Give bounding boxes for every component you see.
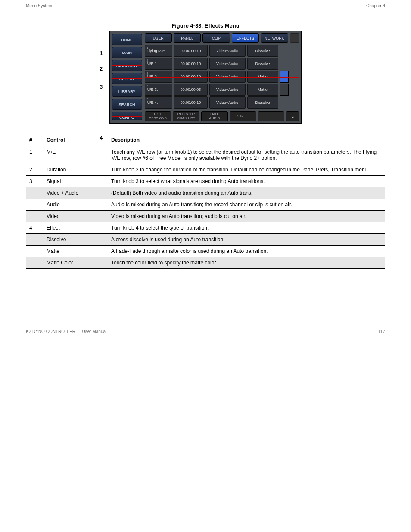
tab-spacer (290, 33, 299, 43)
tab-user[interactable]: USER (145, 33, 172, 43)
table-cell: Video (43, 211, 108, 222)
effects-cell[interactable]: Dissolve (247, 58, 278, 70)
header-rule (26, 9, 385, 9)
table-cell: A Fade-Fade through a matte color is use… (108, 246, 385, 257)
table-cell: Matte (43, 246, 108, 257)
effects-cell[interactable]: Matte (247, 84, 278, 96)
table-cell: (Default) Both video and audio transitio… (108, 187, 385, 199)
effects-row[interactable]: 5.M/E 4:00:00:00,10Video+AudioDissolve (145, 96, 299, 109)
softkey[interactable]: REC STOPCHAN LIST (173, 111, 199, 121)
table-row: AudioAudio is mixed during an Auto trans… (26, 199, 385, 211)
table-cell: Audio (43, 199, 108, 211)
effects-cell[interactable]: 5.M/E 4: (145, 96, 172, 109)
nav-home[interactable]: HOME (112, 34, 142, 45)
table-cell: 2 (26, 164, 43, 176)
table-row: Matte ColorTouch the color field to spec… (26, 257, 385, 269)
callout-3: 3 (100, 84, 103, 90)
table-row: Video + Audio(Default) Both video and au… (26, 187, 385, 199)
page-header-right: Chapter 4 (366, 3, 385, 8)
table-cell: Signal (43, 176, 108, 187)
table-cell: A cross dissolve is used during an Auto … (108, 234, 385, 246)
nav-search[interactable]: SEARCH (112, 99, 142, 110)
effects-cell[interactable]: Video+Audio (209, 45, 246, 57)
table-cell: M/E (43, 146, 108, 164)
table-cell (26, 246, 43, 257)
nav-config[interactable]: CONFIG (112, 112, 142, 120)
table-row: 2DurationTurn knob 2 to change the durat… (26, 164, 385, 176)
callout-4: 4 (100, 135, 103, 141)
callout-1: 1 (100, 50, 103, 56)
effects-row[interactable]: 2.M/E 1:00:00:00,10Video+AudioDissolve (145, 58, 299, 70)
table-cell (26, 234, 43, 246)
effects-cell[interactable]: 00:00:00,05 (174, 84, 208, 96)
table-row: VideoVideo is mixed during an Auto trans… (26, 211, 385, 222)
table-cell (26, 257, 43, 269)
callout-2: 2 (100, 66, 103, 72)
table-cell: Dissolve (43, 234, 108, 246)
table-cell: 1 (26, 146, 43, 164)
effects-cell[interactable]: 1.Flying M/E: (145, 45, 172, 57)
matte-color-swatch[interactable] (280, 84, 289, 96)
effects-cell[interactable]: 00:00:00,10 (174, 96, 208, 109)
table-head: Description (108, 134, 385, 146)
footer-left: K2 DYNO CONTROLLER — User Manual (26, 329, 106, 334)
table-head: Control (43, 134, 108, 146)
chevron-down-icon[interactable]: ⌄ (286, 111, 299, 121)
effects-row[interactable]: 1.Flying M/E:00:00:00,10Video+AudioDisso… (145, 45, 299, 57)
softkey[interactable]: SAVE... (230, 111, 256, 121)
table-cell: Turn knob 2 to change the duration of th… (108, 164, 385, 176)
table-cell: Video is mixed during an Auto transition… (108, 211, 385, 222)
table-row: MatteA Fade-Fade through a matte color i… (26, 246, 385, 257)
tab-panel[interactable]: PANEL (174, 33, 201, 43)
tab-network[interactable]: NETWORK (261, 33, 288, 43)
nav-replay[interactable]: REPLAY (112, 73, 142, 84)
tab-effects[interactable]: EFFECTS (232, 33, 259, 43)
effects-cell[interactable]: 00:00:00,10 (174, 58, 208, 70)
effects-row[interactable]: 3.M/E 2:00:00:00,10Video+AudioMatte (145, 71, 299, 83)
effects-row[interactable]: 4.M/E 3:00:00:00,05Video+AudioMatte (145, 84, 299, 96)
table-cell: Turn knob 3 to select what signals are u… (108, 176, 385, 187)
effects-cell[interactable]: Dissolve (247, 96, 278, 109)
table-cell: 4 (26, 222, 43, 234)
nav-main[interactable]: MAIN (112, 47, 142, 58)
matte-color-swatch (280, 58, 289, 70)
table-cell: 3 (26, 176, 43, 187)
table-cell: Matte Color (43, 257, 108, 269)
effects-cell[interactable]: Video+Audio (209, 96, 246, 109)
table-cell: Touch any M/E row (or turn knob 1) to se… (108, 146, 385, 164)
table-cell (26, 211, 43, 222)
table-cell (26, 187, 43, 199)
effects-cell[interactable]: Dissolve (247, 45, 278, 57)
table-cell: Duration (43, 164, 108, 176)
softkey[interactable]: EXITSESSIONS (145, 111, 171, 121)
nav-highlight[interactable]: HIGHLIGHT (112, 60, 142, 71)
table-cell (26, 199, 43, 211)
effects-cell[interactable]: 00:00:00,10 (174, 45, 208, 57)
nav-library[interactable]: LIBRARY (112, 86, 142, 97)
controls-table: #ControlDescription 1M/ETouch any M/E ro… (26, 134, 385, 269)
figure-title: Figure 4-33. Effects Menu (26, 22, 385, 29)
table-cell: Touch the color field to specify the mat… (108, 257, 385, 269)
effects-cell[interactable]: 2.M/E 1: (145, 58, 172, 70)
table-cell: Audio is mixed during an Auto transition… (108, 199, 385, 211)
matte-color-swatch (280, 96, 289, 109)
effects-cell[interactable]: Video+Audio (209, 58, 246, 70)
table-row: DissolveA cross dissolve is used during … (26, 234, 385, 246)
effects-cell[interactable]: Video+Audio (209, 84, 246, 96)
softkey-blank (258, 111, 285, 121)
footer-right: 117 (378, 329, 385, 334)
matte-color-swatch (280, 45, 289, 57)
effects-cell[interactable]: 4.M/E 3: (145, 84, 172, 96)
table-row: 4EffectTurn knob 4 to select the type of… (26, 222, 385, 234)
table-cell: Turn knob 4 to select the type of transi… (108, 222, 385, 234)
table-row: 1M/ETouch any M/E row (or turn knob 1) t… (26, 146, 385, 164)
table-cell: Video + Audio (43, 187, 108, 199)
page-header-left: Menu System (26, 3, 52, 8)
softkey[interactable]: LOAD...AUDIO (201, 111, 228, 121)
tab-clip[interactable]: CLIP (202, 33, 230, 43)
table-head: # (26, 134, 43, 146)
effects-menu-screenshot: 1234 HOMEMAINHIGHLIGHTREPLAYLIBRARYSEARC… (109, 31, 302, 124)
table-cell: Effect (43, 222, 108, 234)
table-row: 3SignalTurn knob 3 to select what signal… (26, 176, 385, 187)
